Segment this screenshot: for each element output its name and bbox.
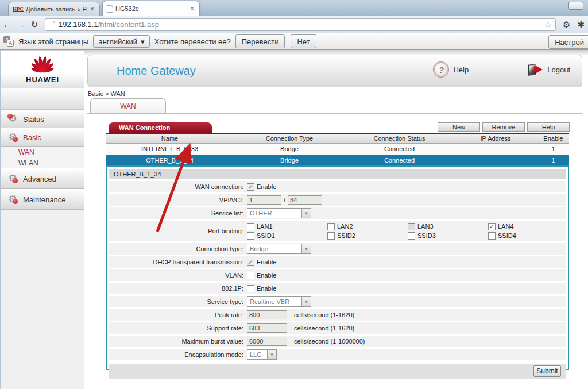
close-icon[interactable]: × (89, 5, 95, 13)
reload-icon[interactable]: ↻ (28, 20, 41, 30)
submit-button[interactable]: Submit (533, 365, 561, 377)
translate-button[interactable]: Перевести (235, 34, 285, 48)
forward-icon[interactable]: → (14, 20, 28, 29)
row-peak-rate: Peak rate: cells/second (1-1620) (109, 309, 566, 321)
peak-rate-hint: cells/second (1-1620) (294, 311, 354, 318)
main-content: Home Gateway ? Help Logout Basic > WAN W… (84, 50, 588, 389)
translate-icon: я A (3, 36, 14, 47)
col-ip-address: IP Address (454, 134, 537, 143)
support-rate-hint: cells/second (1-1620) (294, 325, 354, 332)
col-connection-type: Connection Type (234, 134, 345, 143)
breadcrumb: Basic > WAN (88, 90, 125, 97)
advanced-gears-icon: ⚙ (7, 173, 18, 184)
sidebar-item-wan[interactable]: WAN (1, 147, 84, 157)
address-bar[interactable]: 192.168.1.1 /html/content1.asp ☆ (45, 18, 556, 31)
huawei-logo: HUAWEI (1, 51, 84, 88)
status-icon: ⚙ (7, 113, 18, 125)
tab-wan[interactable]: WAN (90, 98, 166, 113)
logout-button[interactable]: Logout (528, 64, 570, 75)
bookmark-star-icon[interactable]: ☆ (544, 20, 552, 29)
browser-tab-strip: НРС Добавить запись « Ремон × HG532e × — (0, 0, 588, 16)
translate-settings-button[interactable]: Настрой (548, 35, 588, 49)
lan1-checkbox[interactable] (247, 223, 254, 230)
page-icon (49, 21, 55, 28)
chevron-down-icon: ▾ (301, 244, 311, 253)
sidebar-item-status[interactable]: ⚙ Status (1, 110, 84, 128)
browser-tab-1[interactable]: НРС Добавить запись « Ремон × (8, 2, 100, 16)
connection-detail-panel: OTHER_B_1_34 WAN connection: ✓ Enable VP… (106, 165, 569, 370)
translate-question: Хотите перевести ее? (154, 37, 231, 46)
settings-gear-icon[interactable]: ⚙ (563, 20, 570, 30)
row-dhcp: DHCP transparent transmission: ✓ Enable (109, 256, 566, 268)
table-row[interactable]: INTERNET_B_0_33 Bridge Connected 1 (106, 144, 569, 155)
vlan-enable-checkbox[interactable] (247, 272, 254, 279)
maintenance-wrench-icon: ⚙ (7, 194, 18, 205)
chevron-down-icon: ▾ (267, 350, 276, 359)
row-connection-type: Connection type: Bridge ▾ (109, 243, 566, 255)
max-burst-hint: cells/second (1-1000000) (294, 338, 365, 345)
service-list-select: OTHER ▾ (247, 208, 311, 218)
sidebar: HUAWEI ⚙ Status ⚙ Basic WAN WLAN ⚙ Advan… (1, 51, 84, 389)
wan-connection-table: Name Connection Type Connection Status I… (106, 133, 569, 166)
connection-type-select: Bridge ▾ (247, 244, 311, 254)
submit-band: Submit (109, 364, 566, 379)
screen: НРС Добавить запись « Ремон × HG532e × —… (0, 0, 588, 389)
back-icon[interactable]: ← (0, 20, 14, 29)
help-button[interactable]: ? Help (434, 62, 469, 77)
ssid4-checkbox[interactable] (488, 232, 496, 240)
sidebar-item-maintenance[interactable]: ⚙ Maintenance (1, 189, 84, 210)
close-icon[interactable]: × (189, 5, 195, 13)
ssid1-checkbox[interactable] (247, 232, 254, 240)
col-name: Name (106, 134, 234, 143)
extension-icon[interactable]: ✱ (577, 20, 585, 30)
tab-divider (87, 113, 582, 114)
encapsulation-select: LLC ▾ (247, 349, 277, 360)
tab-title: Добавить запись « Ремон (26, 6, 87, 13)
minimize-button[interactable]: — (568, 2, 583, 10)
lan3-checkbox (408, 223, 415, 230)
col-enable: Enable (537, 134, 569, 143)
page-title: Home Gateway (117, 64, 196, 78)
sidebar-spacer (1, 88, 84, 110)
row-service-type: Service type: Realtime VBR ▾ (109, 296, 566, 307)
sidebar-item-wlan[interactable]: WLAN (1, 157, 84, 168)
huawei-flower-icon (30, 55, 55, 75)
remove-button[interactable]: Remove (482, 122, 525, 132)
row-max-burst: Maximum burst value: cells/second (1-100… (109, 336, 566, 347)
support-rate-input (247, 323, 287, 333)
hpc-favicon: НРС (13, 7, 24, 12)
new-button[interactable]: New (438, 122, 480, 132)
brand-text: HUAWEI (26, 75, 59, 84)
ssid2-checkbox[interactable] (327, 232, 335, 240)
peak-rate-input (247, 310, 287, 319)
row-port-binding: Port binding: LAN1 SSID1 LAN2 SSID2 LAN3 (109, 221, 566, 241)
chevron-down-icon: ▾ (301, 209, 311, 218)
lan4-checkbox[interactable]: ✓ (488, 223, 496, 230)
sidebar-item-advanced[interactable]: ⚙ Advanced (1, 168, 84, 189)
translate-label: Язык этой страницы (18, 37, 88, 46)
logout-arrow-icon (536, 66, 543, 73)
page-header: Home Gateway ? Help Logout (87, 55, 582, 87)
row-service-list: Service list: OTHER ▾ (109, 207, 566, 219)
no-button[interactable]: Нет (291, 34, 316, 48)
row-8021p: 802.1P: Enable (109, 283, 566, 294)
table-row-selected[interactable]: OTHER_B_1_34 Bridge Connected 1 (106, 155, 569, 166)
dhcp-enable-checkbox: ✓ (247, 259, 254, 266)
table-help-button[interactable]: Help (527, 122, 570, 132)
router-page: HUAWEI ⚙ Status ⚙ Basic WAN WLAN ⚙ Advan… (0, 50, 588, 389)
browser-tab-2[interactable]: HG532e × (102, 1, 200, 16)
row-wan-connection: WAN connection: ✓ Enable (109, 181, 566, 192)
chevron-down-icon: ▾ (301, 297, 311, 306)
vci-input (288, 195, 322, 205)
language-dropdown[interactable]: английский ▾ (93, 35, 149, 48)
row-vpi-vci: VPI/VCI: / (109, 194, 566, 206)
ssid3-checkbox[interactable] (408, 232, 415, 240)
max-burst-input (247, 337, 287, 346)
table-header-row: Name Connection Type Connection Status I… (106, 134, 569, 144)
row-vlan: VLAN: Enable (109, 269, 566, 281)
sidebar-item-basic[interactable]: ⚙ Basic (1, 128, 84, 147)
lan2-checkbox[interactable] (327, 223, 335, 230)
service-type-select: Realtime VBR ▾ (247, 296, 311, 307)
page-icon (107, 5, 113, 13)
8021p-enable-checkbox[interactable] (247, 285, 254, 292)
